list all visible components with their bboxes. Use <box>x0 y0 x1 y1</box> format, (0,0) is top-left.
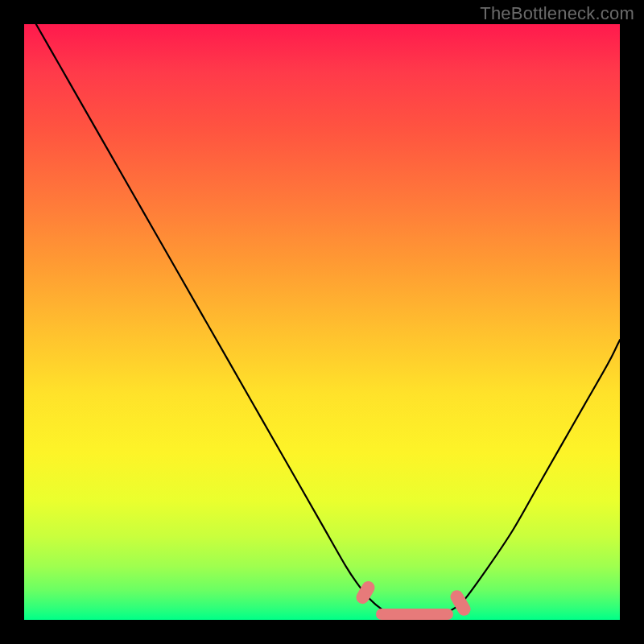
bottleneck-curve <box>36 24 620 618</box>
chart-container: TheBottleneck.com <box>0 0 644 644</box>
watermark-text: TheBottleneck.com <box>480 3 634 24</box>
curve-svg <box>24 24 620 620</box>
highlight-flat-band <box>376 609 453 620</box>
plot-area <box>24 24 620 620</box>
